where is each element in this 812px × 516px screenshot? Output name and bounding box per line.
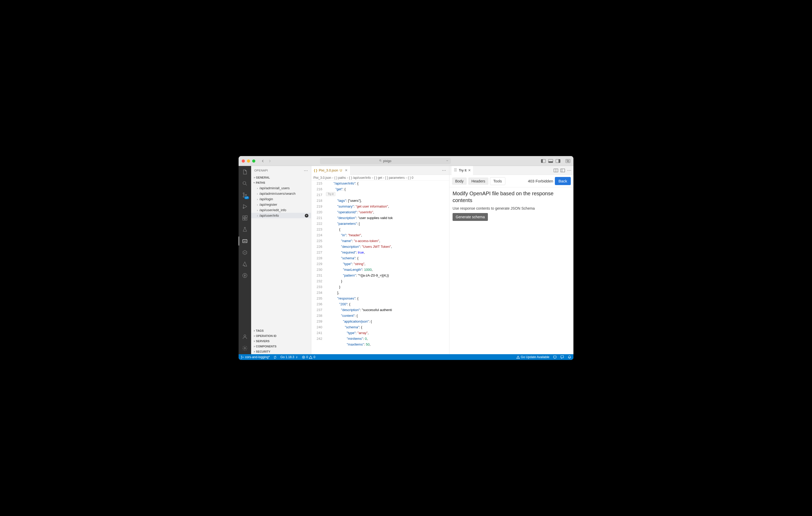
breadcrumb-segment[interactable]: Pixi_3.0.json (313, 176, 331, 180)
editor-tab[interactable]: { } Pixi_3.0.json U ✕ (311, 166, 351, 175)
chevron-right-icon: › (257, 198, 258, 201)
layout-sidebar-left-icon[interactable] (541, 159, 546, 163)
panel-tab-label: Try It (459, 168, 466, 172)
section-components[interactable]: ›COMPONENTS (251, 344, 311, 349)
command-center[interactable]: pixigo (320, 158, 451, 164)
chevron-right-icon: › (372, 176, 373, 180)
close-window-icon[interactable] (242, 159, 245, 162)
sidebar-title: OPENAPI (254, 169, 268, 172)
api-icon[interactable]: /API (241, 238, 248, 244)
go-version-item[interactable]: Go 1.18.3 (281, 355, 298, 359)
thunder-icon[interactable] (241, 272, 248, 279)
panel-description: Use response contents to generate JSON S… (453, 206, 570, 210)
svg-rect-17 (560, 169, 565, 172)
path-label: /api/login (260, 197, 273, 201)
svg-point-13 (243, 273, 247, 278)
code-editor[interactable]: 2152162172182192202212222232242252262272… (311, 181, 449, 354)
svg-rect-9 (245, 216, 247, 217)
sidebar-path-item[interactable]: ›/api/admin/users/search (251, 191, 311, 196)
run-debug-icon[interactable] (241, 203, 248, 210)
close-icon[interactable]: ✕ (468, 168, 471, 172)
svg-point-19 (241, 358, 242, 359)
maximize-window-icon[interactable] (252, 159, 255, 162)
flask-icon[interactable] (241, 226, 248, 233)
source-control-icon[interactable]: 17 (241, 192, 248, 199)
tools-tab-button[interactable]: Tools (490, 177, 505, 185)
account-icon[interactable] (241, 333, 248, 340)
status-text: 403 Forbidden (528, 179, 553, 183)
nav-back-icon[interactable] (261, 159, 265, 163)
sidebar-path-item[interactable]: ›/api/login (251, 196, 311, 202)
section-paths[interactable]: › PATHS (251, 180, 311, 185)
sidebar-path-item[interactable]: ›/api/register (251, 202, 311, 207)
chevron-right-icon: › (257, 203, 258, 206)
feedback-item[interactable] (560, 355, 564, 359)
layout-panel-bottom-icon[interactable] (548, 159, 553, 163)
svg-point-20 (243, 357, 243, 358)
breadcrumb-segment[interactable]: { } get (374, 176, 382, 180)
layout-sidebar-right-icon[interactable] (556, 159, 560, 163)
section-general[interactable]: › GENERAL (251, 175, 311, 180)
go-update-item[interactable]: Go Update Available (516, 355, 549, 359)
section-label: PATHS (256, 181, 265, 184)
add-icon[interactable]: + (305, 214, 309, 217)
bell-icon[interactable] (568, 355, 571, 359)
path-label: /api/admin/all_users (260, 186, 290, 190)
breadcrumb-segment[interactable]: { } /api/user/info (349, 176, 371, 180)
json-file-icon: { } (314, 169, 317, 172)
42crunch-icon[interactable]: 42 (241, 249, 248, 256)
sidebar-more-icon[interactable]: ⋯ (304, 168, 308, 173)
search-icon[interactable] (241, 180, 248, 187)
remote-item[interactable] (553, 355, 557, 359)
tryit-codelens[interactable]: Try it (326, 192, 336, 196)
code-lines[interactable]: "/api/user/info": { "get": { "tags": ["u… (326, 181, 449, 354)
azure-icon[interactable] (241, 261, 248, 267)
generate-schema-button[interactable]: Generate schema (453, 213, 488, 221)
path-label: /api/register (260, 203, 277, 207)
tab-modified-indicator: U (340, 168, 342, 172)
breadcrumb-segment[interactable]: { } 0 (408, 176, 413, 180)
close-icon[interactable]: ✕ (345, 168, 348, 172)
svg-point-15 (244, 347, 245, 349)
back-button[interactable]: Back (555, 177, 571, 185)
scm-badge: 17 (244, 196, 249, 199)
settings-gear-icon[interactable] (241, 345, 248, 352)
body-tab-button[interactable]: Body (452, 178, 467, 185)
sidebar-path-item[interactable]: ›/api/admin/all_users (251, 185, 311, 191)
problems-item[interactable]: 0 0 (302, 355, 315, 359)
section-servers[interactable]: ›SERVERS (251, 338, 311, 344)
section-security[interactable]: ›SECURITY (251, 349, 311, 354)
breadcrumb-segment[interactable]: [ ] parameters (385, 176, 405, 180)
chevron-right-icon: › (254, 334, 255, 338)
search-icon (379, 159, 382, 163)
panel-tab-tryit[interactable]: Try It ✕ (452, 166, 473, 175)
minimize-window-icon[interactable] (247, 159, 250, 162)
svg-point-3 (243, 196, 244, 198)
layout-icon[interactable] (560, 169, 565, 172)
svg-point-4 (245, 194, 247, 196)
section-label: SECURITY (256, 350, 270, 353)
sidebar-path-item[interactable]: ›/api/user/info+ (251, 213, 311, 218)
breadcrumb-segment[interactable]: { } paths (334, 176, 346, 180)
extensions-icon[interactable] (241, 215, 248, 221)
chevron-right-icon: › (383, 176, 384, 180)
warning-count: 0 (313, 355, 315, 359)
tab-filename: Pixi_3.0.json (319, 168, 338, 172)
section-operation-id[interactable]: ›OPERATION ID (251, 333, 311, 338)
git-branch-item[interactable]: cors-and-logging* (241, 355, 270, 359)
editor-group: { } Pixi_3.0.json U ✕ ⋯ Pixi_3.0.json›{ … (311, 166, 449, 354)
sidebar-path-item[interactable]: ›/api/user/edit_info (251, 207, 311, 213)
sync-item[interactable] (273, 356, 277, 359)
panel-more-icon[interactable]: ⋯ (567, 168, 571, 173)
go-version: Go 1.18.3 (281, 355, 294, 359)
headers-tab-button[interactable]: Headers (468, 178, 488, 185)
layout-customize-icon[interactable] (566, 159, 570, 163)
explorer-icon[interactable] (241, 169, 248, 175)
split-editor-icon[interactable] (554, 169, 558, 172)
breadcrumb[interactable]: Pixi_3.0.json›{ } paths›{ } /api/user/in… (311, 175, 449, 181)
chevron-right-icon: › (254, 350, 255, 354)
section-tags[interactable]: ›TAGS (251, 328, 311, 333)
editor-more-icon[interactable]: ⋯ (439, 168, 449, 173)
nav-forward-icon[interactable] (267, 159, 272, 163)
path-label: /api/admin/users/search (260, 192, 296, 195)
